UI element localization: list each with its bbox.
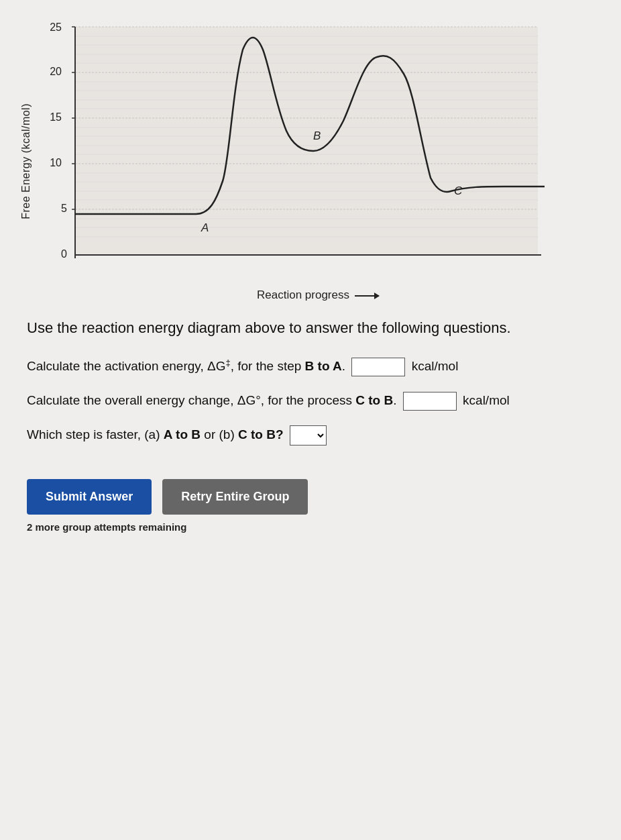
intro-text: Use the reaction energy diagram above to… [27, 318, 594, 339]
svg-text:10: 10 [50, 157, 62, 168]
page: Free Energy (kcal/mol) [0, 0, 621, 840]
questions-section: Use the reaction energy diagram above to… [20, 318, 601, 533]
svg-text:A: A [201, 221, 209, 234]
chart-svg: 0 5 10 15 20 25 [35, 20, 545, 282]
chart-svg-wrap: 0 5 10 15 20 25 [35, 20, 601, 284]
svg-text:0: 0 [61, 248, 67, 260]
q1-input[interactable] [351, 358, 405, 376]
x-axis-label-text: Reaction progress [257, 288, 349, 302]
question-2: Calculate the overall energy change, ΔG°… [27, 391, 594, 411]
q3-select[interactable]: a b [290, 425, 327, 445]
question-3: Which step is faster, (a) A to B or (b) … [27, 425, 594, 445]
svg-text:20: 20 [50, 66, 62, 77]
attempts-text: 2 more group attempts remaining [27, 521, 594, 533]
chart-inner: 0 5 10 15 20 25 [35, 20, 601, 302]
svg-text:15: 15 [50, 111, 62, 123]
question-1: Calculate the activation energy, ΔG‡, fo… [27, 356, 594, 376]
chart-container: Free Energy (kcal/mol) [20, 20, 601, 302]
x-axis-arrow [355, 295, 379, 297]
svg-text:25: 25 [50, 21, 62, 33]
retry-button[interactable]: Retry Entire Group [162, 479, 308, 515]
buttons-row: Submit Answer Retry Entire Group [27, 479, 594, 515]
y-axis-label: Free Energy (kcal/mol) [20, 103, 32, 219]
submit-button[interactable]: Submit Answer [27, 479, 152, 515]
svg-text:C: C [454, 185, 463, 197]
svg-text:B: B [313, 129, 321, 142]
q2-input[interactable] [403, 392, 457, 411]
q3-select-wrap[interactable]: a b [290, 425, 327, 445]
svg-rect-0 [75, 27, 538, 255]
x-axis-label: Reaction progress [35, 288, 601, 302]
svg-text:5: 5 [61, 203, 67, 214]
